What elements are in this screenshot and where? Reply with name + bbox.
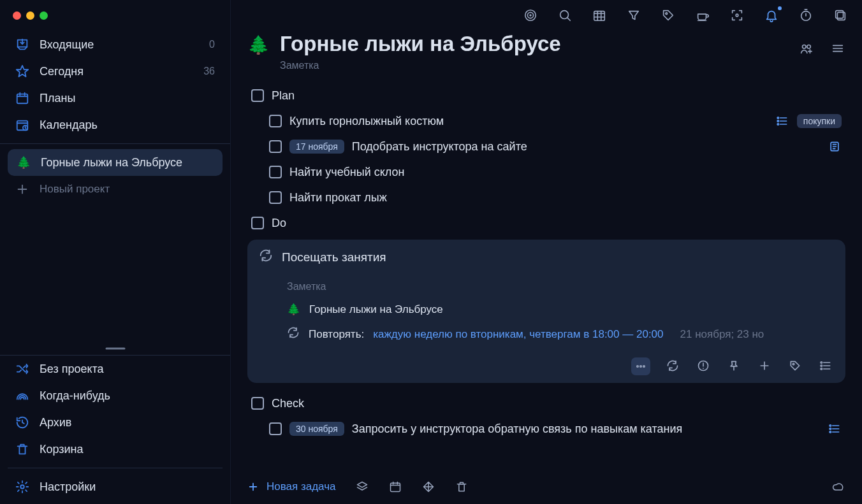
task-row[interactable]: Найти учебный склон [247, 159, 845, 185]
add-task-button[interactable]: Новая задача [247, 480, 336, 493]
task-title: Найти учебный склон [289, 166, 405, 179]
group-header-plan[interactable]: Plan [247, 83, 845, 108]
minimize-window-button[interactable] [26, 11, 34, 20]
svg-rect-8 [594, 11, 605, 21]
bell-icon[interactable] [764, 8, 779, 23]
new-project-label: Новый проект [40, 183, 110, 196]
subtasks-icon[interactable] [828, 422, 842, 436]
checkbox[interactable] [269, 140, 282, 153]
subtasks-icon[interactable] [775, 114, 789, 128]
sidebar-item-no-project[interactable]: Без проекта [8, 356, 223, 382]
sidebar-item-label: Горные лыжи на Эльбрусе [41, 156, 182, 169]
calendar-grid-icon[interactable] [592, 8, 607, 23]
plans-icon [15, 91, 29, 105]
group-header-check[interactable]: Check [247, 391, 845, 416]
group-header-do[interactable]: Do [247, 210, 845, 236]
checkbox[interactable] [251, 89, 264, 102]
task-title: Подобрать инструктора на сайте [352, 140, 527, 154]
sidebar-item-today[interactable]: Сегодня 36 [8, 58, 223, 85]
new-project-button[interactable]: Новый проект [8, 176, 223, 203]
checkbox[interactable] [269, 422, 282, 435]
task-title: Найти прокат лыж [289, 191, 387, 205]
menu-icon[interactable] [830, 41, 845, 56]
sidebar-project-item[interactable]: 🌲 Горные лыжи на Эльбрусе [8, 149, 223, 176]
checkbox[interactable] [251, 397, 264, 410]
task-project-link[interactable]: 🌲 Горные лыжи на Эльбрусе [259, 295, 834, 316]
task-row[interactable]: 17 ноября Подобрать инструктора на сайте [247, 134, 845, 159]
sidebar-item-trash[interactable]: Корзина [8, 436, 223, 463]
windows-icon[interactable] [833, 8, 848, 23]
svg-point-22 [643, 366, 645, 368]
sidebar-item-plans[interactable]: Планы [8, 85, 223, 112]
checkbox[interactable] [251, 217, 264, 229]
svg-point-6 [530, 15, 531, 16]
task-date-badge[interactable]: 17 ноября [289, 140, 344, 154]
repeat-icon [287, 326, 300, 342]
pine-tree-icon: 🌲 [17, 155, 31, 169]
page-subtitle[interactable]: Заметка [280, 60, 788, 71]
shuffle-icon [15, 362, 29, 376]
svg-rect-13 [836, 11, 844, 18]
more-icon[interactable] [631, 357, 650, 375]
svg-point-14 [803, 45, 807, 49]
note-icon[interactable] [828, 140, 842, 154]
svg-point-9 [666, 13, 668, 15]
stopwatch-icon[interactable] [798, 8, 814, 23]
sidebar-resize-handle[interactable] [0, 342, 230, 355]
move-icon[interactable] [421, 480, 435, 494]
svg-point-16 [777, 117, 779, 119]
plus-icon [15, 182, 29, 196]
sidebar-item-label: Корзина [40, 443, 84, 456]
priority-icon[interactable] [695, 357, 712, 374]
rainbow-icon [15, 389, 29, 403]
filter-icon[interactable] [626, 8, 641, 23]
sidebar-item-calendar[interactable]: Календарь [8, 112, 223, 138]
sidebar-item-count: 0 [209, 39, 215, 50]
calendar-icon [15, 118, 29, 132]
focus-icon[interactable] [729, 8, 745, 23]
top-toolbar [231, 0, 862, 25]
maximize-window-button[interactable] [40, 11, 48, 20]
trash-icon[interactable] [455, 480, 469, 494]
share-icon[interactable] [798, 41, 814, 56]
task-title[interactable]: Посещать занятия [282, 250, 386, 264]
svg-point-25 [821, 362, 822, 364]
plus-icon[interactable] [756, 357, 773, 374]
task-card-expanded[interactable]: Посещать занятия Заметка 🌲 Горные лыжи н… [247, 240, 845, 383]
svg-point-26 [821, 365, 822, 367]
task-date-badge[interactable]: 30 ноября [289, 422, 344, 436]
sidebar-item-someday[interactable]: Когда-нибудь [8, 382, 223, 409]
checkbox[interactable] [269, 166, 282, 178]
sidebar-item-archive[interactable]: Архив [8, 409, 223, 436]
task-row[interactable]: 30 ноября Запросить у инструктора обратн… [247, 416, 845, 442]
sidebar-item-label: Сегодня [40, 65, 84, 78]
repeat-icon [259, 248, 273, 266]
task-row[interactable]: Найти прокат лыж [247, 185, 845, 210]
task-tag[interactable]: покупки [797, 114, 842, 128]
target-icon[interactable] [523, 8, 538, 23]
task-title: Запросить у инструктора обратную связь п… [352, 422, 682, 436]
tag-icon[interactable] [787, 357, 803, 374]
pin-icon[interactable] [726, 357, 742, 374]
cloud-sync-icon[interactable] [831, 480, 845, 494]
schedule-icon[interactable] [388, 480, 402, 494]
repeat-label: Повторять: [309, 328, 364, 341]
repeat-icon[interactable] [664, 357, 681, 374]
gear-icon [15, 480, 29, 494]
task-note-placeholder[interactable]: Заметка [259, 266, 834, 295]
sidebar-item-inbox[interactable]: Входящие 0 [8, 31, 223, 58]
close-window-button[interactable] [13, 11, 21, 20]
repeat-value[interactable]: каждую неделю по вторникам, четвергам в … [373, 328, 663, 341]
svg-rect-31 [390, 483, 400, 491]
task-row[interactable]: Купить горнолыжный костюм покупки [247, 108, 845, 134]
checkbox[interactable] [269, 115, 282, 127]
sidebar-item-settings[interactable]: Настройки [8, 473, 223, 500]
subtasks-icon[interactable] [817, 357, 834, 374]
checkbox[interactable] [269, 191, 282, 204]
coffee-icon[interactable] [695, 8, 710, 23]
search-icon[interactable] [557, 8, 573, 23]
tag-icon[interactable] [661, 8, 676, 23]
repeat-next-dates: 21 ноября; 23 но [680, 328, 834, 341]
layers-icon[interactable] [355, 480, 369, 494]
svg-point-10 [736, 14, 738, 17]
